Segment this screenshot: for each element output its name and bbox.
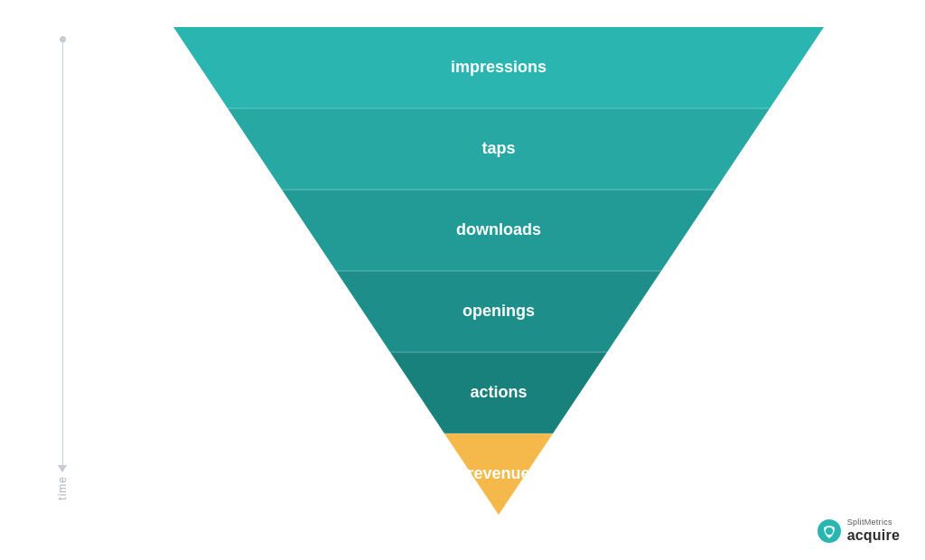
logo-product: acquire [847,527,900,544]
label-taps: taps [481,139,515,157]
time-axis-line [62,42,63,465]
funnel-wrapper: impressions taps downloads openings acti… [117,27,880,515]
label-downloads: downloads [456,220,541,238]
time-axis-dot [60,36,66,42]
logo-brand: SplitMetrics [847,518,900,527]
logo-text: SplitMetrics acquire [847,518,900,543]
svg-point-2 [826,527,833,535]
label-impressions: impressions [451,58,547,76]
time-axis-arrow [58,465,67,472]
logo: SplitMetrics acquire [817,518,900,544]
time-axis: time [56,36,69,506]
page-container: time [0,0,925,560]
time-axis-label: time [56,476,69,500]
logo-icon [817,518,842,544]
label-actions: actions [470,383,527,401]
funnel-svg: impressions taps downloads openings acti… [173,27,824,515]
label-revenue: revenue [467,464,529,482]
label-openings: openings [462,302,535,320]
